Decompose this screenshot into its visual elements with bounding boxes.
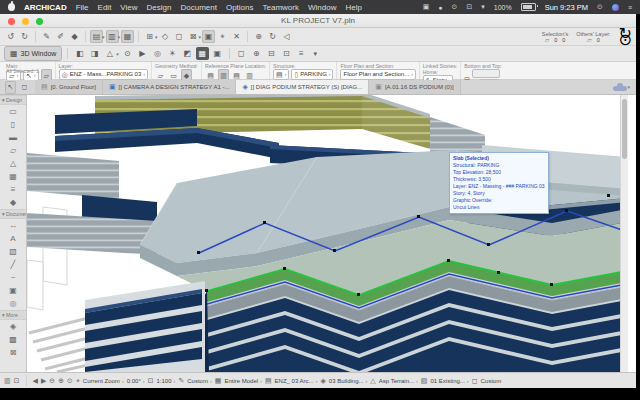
menu-archicad[interactable]: ARCHICAD <box>24 3 67 12</box>
apple-menu-icon[interactable] <box>8 3 15 11</box>
orientation-control[interactable]: 0.00° › <box>127 378 145 384</box>
structure-selector[interactable]: ▯ PARKING › <box>291 69 333 80</box>
wifi-icon[interactable]: ▾ <box>481 3 485 11</box>
settings-icon[interactable]: ≡ <box>295 47 308 60</box>
chevron-down-icon[interactable]: ▾ <box>199 34 202 40</box>
toolbox-section-design[interactable]: ▾ Design <box>0 95 26 105</box>
zoom-extent-icon[interactable]: ⊕ <box>250 47 263 60</box>
wall-tool-icon[interactable]: ▭ <box>0 105 26 118</box>
cloud-sync-icon[interactable] <box>613 83 627 91</box>
rotate-icon[interactable]: ↻ <box>266 30 279 43</box>
inject-parameters-icon[interactable]: ✐ <box>54 30 67 43</box>
sun-icon[interactable]: ☀ <box>166 47 179 60</box>
favorites-icon[interactable]: ◆ <box>68 30 81 43</box>
cutaway-icon[interactable]: ◨ <box>88 47 101 60</box>
menu-design[interactable]: Design <box>147 3 172 12</box>
mesh-tool-icon[interactable]: ▦ <box>0 170 26 183</box>
tab-diag-podium[interactable]: ◈ [] DIAG PODIUM STRATEGY (S) [DIAG... <box>236 80 369 94</box>
more-icon[interactable]: ▾ <box>310 47 321 60</box>
orbit-icon[interactable]: ⊙ <box>121 47 134 60</box>
layer-combo-control[interactable]: ENZ_ 03 Arc... › <box>275 378 318 384</box>
3d-window-button[interactable]: ▦ 3D Window <box>4 46 62 61</box>
tab-ground-floor[interactable]: ▤ [0. Ground Floor] <box>35 80 103 94</box>
line-tool-icon[interactable]: ╱ <box>0 258 26 271</box>
chevron-down-icon[interactable]: ▾ <box>102 34 105 40</box>
do-not-disturb-icon[interactable]: ● <box>438 4 442 11</box>
chevron-down-icon[interactable]: ▾ <box>118 34 121 40</box>
slab-tool-icon[interactable]: ▱ <box>0 144 26 157</box>
eject-status-icon[interactable]: ⊙ <box>452 3 458 11</box>
magic-wand-icon[interactable]: ⌖ <box>216 30 229 43</box>
notification-center-icon[interactable]: ≡ <box>628 4 632 11</box>
menu-teamwork[interactable]: Teamwork <box>263 3 299 12</box>
quick-options-icon[interactable]: ▥ <box>4 377 11 385</box>
menu-help[interactable]: Help <box>345 3 361 12</box>
3d-model-view[interactable] <box>27 95 628 372</box>
bottom-offset-field[interactable] <box>472 69 500 78</box>
explore-icon[interactable]: ▶ <box>136 47 149 60</box>
chevron-down-icon[interactable]: ▾ <box>627 84 630 90</box>
pickup-parameters-icon[interactable]: ✎ <box>40 30 53 43</box>
menu-options[interactable]: Options <box>226 3 254 12</box>
marquee-tool-icon[interactable]: ◻ <box>19 81 30 94</box>
model-filter-control[interactable]: Entire Model › <box>224 378 262 384</box>
text-tool-icon[interactable]: A <box>0 232 26 245</box>
fit-in-window-icon[interactable]: ⊙ <box>67 377 73 385</box>
back-icon[interactable]: ◀ <box>33 377 38 385</box>
group-icon[interactable]: ▣ <box>202 30 215 43</box>
stair-tool-icon[interactable]: ≡ <box>0 183 26 196</box>
roof-tool-icon[interactable]: △ <box>0 157 26 170</box>
toolbox-section-more[interactable]: ▾ More <box>0 310 26 320</box>
camera-icon[interactable]: ◎ <box>151 47 164 60</box>
menu-document[interactable]: Document <box>180 3 216 12</box>
pop-up-navigator-icon[interactable]: ⊡ <box>14 377 20 385</box>
menu-window[interactable]: Window <box>308 3 336 12</box>
split-icon[interactable]: ✕ <box>230 30 243 43</box>
vertical-scrollbar[interactable] <box>620 95 628 372</box>
tab-camera-strategy[interactable]: ▣ [] CAMERA A DESIGN STRATEGY A1 -... <box>103 80 236 94</box>
undo-icon[interactable]: ↺ <box>4 30 17 43</box>
zone-tool-icon[interactable]: ▩ <box>0 333 26 346</box>
zoom-tool-icon[interactable]: ⌖ <box>76 377 80 385</box>
guide-lines-icon[interactable]: ◇ <box>159 30 172 43</box>
layout-icon[interactable]: ⊟ <box>265 47 278 60</box>
renovation-filter-control[interactable]: 01 Existing... › <box>430 378 468 384</box>
redo-icon[interactable]: ↻ <box>18 30 31 43</box>
teamwork-refresh[interactable]: ↻ ⊙ <box>619 31 632 43</box>
camera-tool-icon[interactable]: ◎ <box>0 297 26 310</box>
spotlight-search-icon[interactable]: ⊙ <box>597 3 603 11</box>
mirror-icon[interactable]: ◁ <box>280 30 293 43</box>
dimension-standard-control[interactable]: 03 Building... › <box>329 378 368 384</box>
shadow-icon[interactable]: ◩ <box>181 47 194 60</box>
toolbox-section-document[interactable]: ▾ Document <box>0 209 26 219</box>
menu-clock[interactable]: Sun 9:23 PM <box>545 3 588 12</box>
beam-tool-icon[interactable]: ▬ <box>0 131 26 144</box>
spline-tool-icon[interactable]: ~ <box>0 271 26 284</box>
scale-control[interactable]: 1:100 › <box>157 378 176 384</box>
layer-selector[interactable]: ◎ ENZ - Mass...PARKING 03 › <box>59 69 148 80</box>
tab-ds-podium[interactable]: ▣ [A.01.16 DS PODIUM (0)] <box>369 80 460 94</box>
snap-points-icon[interactable]: ◻ <box>173 30 186 43</box>
cutting-plane-icon[interactable]: ◧ <box>73 47 86 60</box>
marker-tool-icon[interactable]: ◈ <box>0 320 26 333</box>
3d-viewport[interactable]: Slab (Selected) Structural: PARKING Top … <box>27 95 628 372</box>
quick-layers-icon[interactable]: ▦ <box>121 30 134 43</box>
publish-icon[interactable]: ⊡ <box>280 47 293 60</box>
chevron-down-icon[interactable]: ▾ <box>155 34 158 40</box>
marquee-3d-icon[interactable]: ◻ <box>235 47 248 60</box>
fill-tool-icon[interactable]: ▧ <box>0 245 26 258</box>
walk-mode-icon[interactable]: △ <box>103 47 116 60</box>
figure-tool-icon[interactable]: ▣ <box>0 284 26 297</box>
scrollbar-thumb[interactable] <box>622 99 627 159</box>
column-tool-icon[interactable]: ▯ <box>0 118 26 131</box>
dimension-tool-icon[interactable]: ↔ <box>0 219 26 232</box>
truss-tool-icon[interactable]: ⊠ <box>0 346 26 359</box>
composite-button[interactable]: ▤› <box>273 69 289 80</box>
forward-icon[interactable]: ▶ <box>41 377 46 385</box>
battery-icon[interactable] <box>521 3 536 11</box>
zoom-in-icon[interactable]: ⊕ <box>58 377 64 385</box>
chevron-down-icon[interactable]: ▾ <box>116 51 119 57</box>
current-zoom-control[interactable]: Current Zoom › <box>83 378 124 384</box>
terrain-filter-control[interactable]: Asp Terrain... › <box>379 378 418 384</box>
keyboard-status-icon[interactable]: ▣ <box>423 3 430 11</box>
